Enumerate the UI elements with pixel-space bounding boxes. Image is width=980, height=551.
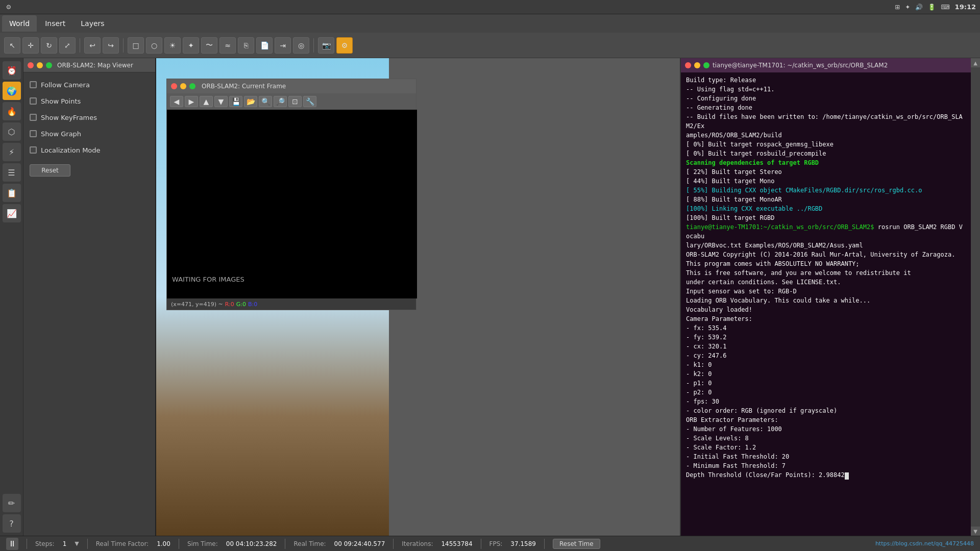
terminal-line: [100%] Linking CXX executable ../RGBD (686, 204, 966, 213)
scroll-up-btn[interactable]: ▲ (971, 58, 980, 67)
sphere-shape-btn[interactable]: ○ (146, 37, 162, 54)
frame-next-btn[interactable]: ▶ (185, 96, 198, 107)
tab-layers[interactable]: Layers (74, 15, 111, 32)
cylinder-shape-btn[interactable]: ☀ (164, 37, 181, 54)
frame-zoom-in-btn[interactable]: 🔎 (274, 96, 287, 107)
sidebar-menu-btn[interactable]: ☰ (3, 163, 21, 182)
sidebar-world-btn[interactable]: 🌍 (3, 82, 21, 100)
sidebar-layers-btn[interactable]: 📋 (3, 184, 21, 202)
frame-down-btn[interactable]: ▼ (214, 96, 228, 107)
terminal-line: ORB-SLAM2 Copyright (C) 2014-2016 Raul M… (686, 250, 966, 259)
terminal-line: - Scale Levels: 8 (686, 434, 966, 443)
show-keyframes-checkbox[interactable] (30, 114, 37, 121)
terminal-line: Vocabulary loaded! (686, 305, 966, 314)
scale-tool-btn[interactable]: ⤢ (59, 37, 76, 54)
spot-light-btn[interactable]: ≈ (219, 37, 236, 54)
follow-camera-checkbox[interactable] (30, 81, 37, 88)
frame-zoom-out-btn[interactable]: 🔍 (259, 96, 272, 107)
term-max-dot[interactable] (703, 62, 709, 68)
rotate-tool-btn[interactable]: ↻ (41, 37, 57, 54)
show-points-checkbox[interactable] (30, 97, 37, 105)
rtf-label: Real Time Factor: (96, 540, 149, 547)
sidebar-help-btn[interactable]: ? (3, 514, 21, 533)
show-points-row[interactable]: Show Points (30, 94, 149, 108)
steps-arrow[interactable]: ▼ (75, 540, 79, 547)
term-close-dot[interactable] (685, 62, 691, 68)
terminal-line: Scanning dependencies of target RGBD (686, 158, 966, 167)
bottom-url[interactable]: https://blog.csdn.net/qq_44725448 (875, 540, 974, 547)
bar-sep7 (544, 539, 545, 549)
frame-prev-btn[interactable]: ◀ (170, 96, 183, 107)
sidebar-chart-btn[interactable]: 📈 (3, 204, 21, 222)
show-keyframes-row[interactable]: Show KeyFrames (30, 110, 149, 124)
sidebar-lightning-btn[interactable]: ⚡ (3, 143, 21, 161)
show-graph-checkbox[interactable] (30, 130, 37, 137)
terminal-body[interactable]: Build type: Release-- Using flag std=c++… (681, 72, 971, 536)
top-bar-right: ⊞ ✦ 🔊 🔋 ⌨ 19:12 (895, 3, 976, 11)
select-tool-btn[interactable]: ↖ (4, 37, 20, 54)
point-light-btn[interactable]: ✦ (183, 37, 199, 54)
sep2 (123, 38, 124, 53)
pause-btn[interactable]: ⏸ (6, 538, 18, 550)
sim-time-label: Sim Time: (187, 540, 218, 547)
tab-world[interactable]: World (2, 15, 37, 32)
localization-mode-checkbox[interactable] (30, 146, 37, 154)
clock: 19:12 (955, 3, 976, 11)
map-viewer-panel: ORB-SLAM2: Map Viewer Follow Camera Show… (23, 58, 156, 536)
sidebar-edit-btn[interactable]: ✏ (3, 494, 21, 512)
app-icon: ⚙ (4, 3, 13, 12)
translate-tool-btn[interactable]: ✛ (22, 37, 39, 54)
copy-btn[interactable]: ⎘ (238, 37, 254, 54)
screenshot-btn[interactable]: 📷 (318, 37, 334, 54)
steps-label: Steps: (35, 540, 55, 547)
network-icon: ⊞ (895, 4, 900, 11)
snap-btn[interactable]: ◎ (293, 37, 309, 54)
frame-up-btn[interactable]: ▲ (200, 96, 213, 107)
terminal-line: [ 44%] Built target Mono (686, 177, 966, 186)
keyboard-icon: ⌨ (941, 4, 949, 11)
minimize-dot[interactable] (37, 62, 43, 68)
reset-btn[interactable]: Reset (30, 164, 70, 177)
sidebar-time-btn[interactable]: ⏰ (3, 61, 21, 80)
sidebar-fire-btn[interactable]: 🔥 (3, 102, 21, 120)
battery-icon: 🔋 (928, 4, 936, 11)
terminal-line: [ 22%] Built target Stereo (686, 167, 966, 177)
show-graph-label: Show Graph (41, 130, 81, 138)
reset-time-btn[interactable]: Reset Time (553, 539, 600, 549)
show-graph-row[interactable]: Show Graph (30, 127, 149, 141)
term-min-dot[interactable] (694, 62, 700, 68)
paste-btn[interactable]: 📄 (256, 37, 273, 54)
settings-btn[interactable]: ⚙ (336, 37, 353, 54)
redo-btn[interactable]: ↪ (103, 37, 119, 54)
maximize-dot[interactable] (46, 62, 52, 68)
right-scroll: ▲ ▼ (971, 58, 980, 536)
frame-save-btn[interactable]: 💾 (229, 96, 242, 107)
frame-open-btn[interactable]: 📂 (244, 96, 257, 107)
terminal-line: Build type: Release (686, 76, 966, 85)
close-dot[interactable] (28, 62, 34, 68)
align-btn[interactable]: ⇥ (275, 37, 291, 54)
terminal-line: - cy: 247.6 (686, 351, 966, 360)
frame-minimize-dot[interactable] (180, 83, 186, 89)
frame-fit-btn[interactable]: ⊡ (288, 96, 302, 107)
wave-btn[interactable]: 〜 (201, 37, 217, 54)
tab-insert[interactable]: Insert (38, 15, 72, 32)
undo-btn[interactable]: ↩ (84, 37, 101, 54)
frame-canvas: WAITING FOR IMAGES (167, 110, 417, 298)
bar-sep5 (393, 539, 394, 549)
terminal-line: lary/ORBvoc.txt Examples/ROS/ORB_SLAM2/A… (686, 241, 966, 250)
box-shape-btn[interactable]: □ (128, 37, 144, 54)
coord-g: G:0 (236, 301, 246, 308)
map-viewer-controls: Follow Camera Show Points Show KeyFrames… (23, 72, 155, 182)
iterations-label: Iterations: (402, 540, 433, 547)
sidebar-hex-btn[interactable]: ⬡ (3, 122, 21, 141)
follow-camera-row[interactable]: Follow Camera (30, 78, 149, 92)
scroll-down-btn[interactable]: ▼ (971, 527, 980, 536)
frame-settings-btn[interactable]: 🔧 (303, 96, 316, 107)
bottom-bar: ⏸ Steps: 1 ▼ Real Time Factor: 1.00 Sim … (0, 536, 980, 551)
map-viewer-titlebar: ORB-SLAM2: Map Viewer (23, 58, 155, 72)
localization-mode-row[interactable]: Localization Mode (30, 143, 149, 157)
bar-sep1 (27, 539, 27, 549)
frame-maximize-dot[interactable] (189, 83, 195, 89)
frame-close-dot[interactable] (171, 83, 177, 89)
